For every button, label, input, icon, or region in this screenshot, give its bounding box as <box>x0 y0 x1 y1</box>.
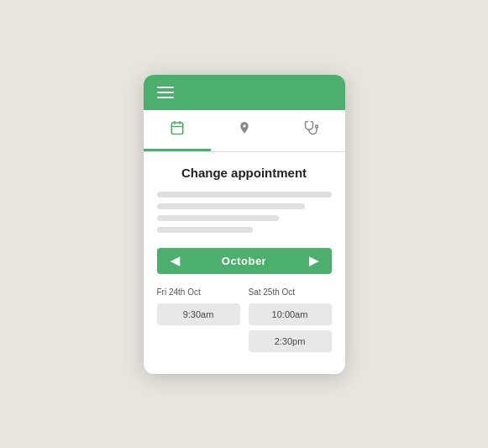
placeholder-line-4 <box>157 227 253 233</box>
placeholder-line-1 <box>157 192 332 198</box>
month-navigator: ◀ October ▶ <box>157 248 332 274</box>
content-area: Change appointment ◀ October ▶ Fri 24th … <box>144 152 345 374</box>
calendar-icon <box>170 120 185 139</box>
svg-rect-0 <box>171 123 183 134</box>
tab-doctor[interactable] <box>278 110 345 151</box>
header-bar <box>144 75 345 110</box>
month-label: October <box>222 255 266 267</box>
time-slot-1000am[interactable]: 10:00am <box>249 303 332 325</box>
day-header-sat: Sat 25th Oct <box>249 287 332 297</box>
tab-calendar[interactable] <box>144 110 211 151</box>
stethoscope-icon <box>304 120 319 139</box>
svg-point-4 <box>315 125 317 128</box>
placeholder-line-2 <box>157 203 306 209</box>
day-column-sat: Sat 25th Oct 10:00am 2:30pm <box>249 287 332 357</box>
placeholder-lines <box>157 192 332 233</box>
location-icon <box>238 120 251 139</box>
time-slot-930am[interactable]: 9:30am <box>157 303 240 325</box>
tab-bar <box>144 110 345 152</box>
day-header-fri: Fri 24th Oct <box>157 287 240 297</box>
day-columns: Fri 24th Oct 9:30am Sat 25th Oct 10:00am… <box>157 287 332 357</box>
prev-month-button[interactable]: ◀ <box>167 255 183 266</box>
tab-location[interactable] <box>211 110 278 151</box>
time-slot-230pm[interactable]: 2:30pm <box>249 330 332 352</box>
placeholder-line-3 <box>157 215 280 221</box>
day-column-fri: Fri 24th Oct 9:30am <box>157 287 240 357</box>
hamburger-menu-button[interactable] <box>157 87 174 98</box>
phone-frame: Change appointment ◀ October ▶ Fri 24th … <box>144 75 345 374</box>
page-title: Change appointment <box>157 166 332 180</box>
next-month-button[interactable]: ▶ <box>306 255 322 266</box>
